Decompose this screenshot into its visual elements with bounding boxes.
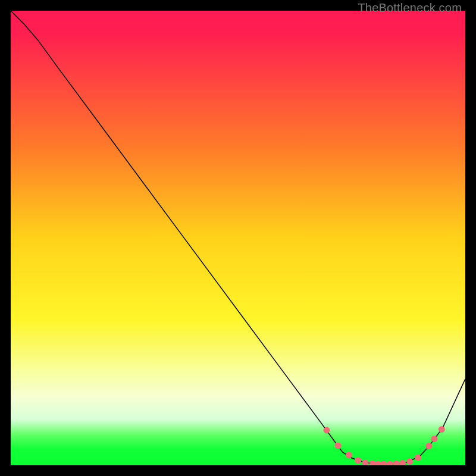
curve-marker bbox=[415, 455, 421, 461]
curve-marker bbox=[323, 427, 330, 434]
chart-background bbox=[11, 11, 465, 465]
curve-marker bbox=[425, 443, 432, 449]
curve-marker bbox=[346, 452, 352, 459]
chart-stage: { "watermark": "TheBottleneck.com", "cha… bbox=[0, 0, 476, 476]
curve-marker bbox=[406, 458, 413, 465]
curve-marker bbox=[439, 426, 445, 433]
curve-marker bbox=[355, 458, 361, 464]
curve-marker bbox=[431, 436, 438, 442]
curve-marker bbox=[335, 443, 342, 449]
chart-plot bbox=[11, 11, 465, 465]
